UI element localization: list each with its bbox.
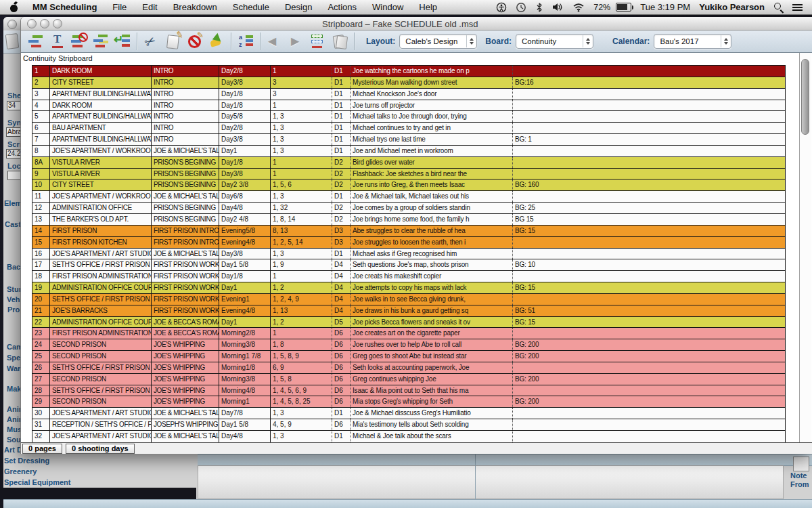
window-title-bar[interactable]: Stripboard – Fake SCHEDULE old .msd xyxy=(21,17,812,30)
strip-row[interactable]: 9 VISTULA RIVER PRISON'S BEGINING Day3/8… xyxy=(32,169,785,180)
background-close-button[interactable] xyxy=(7,20,17,29)
strip-row[interactable]: 10 CITY STREET PRISON'S BEGINING Day2 3/… xyxy=(32,179,785,191)
strip-row[interactable]: 30 JOE'S APARTMENT / ART STUDIO JOE & MI… xyxy=(32,408,785,419)
board-select[interactable]: Continuity xyxy=(516,34,593,49)
breakdown-field[interactable]: Art D xyxy=(4,446,22,454)
menu-item[interactable]: Breakdown xyxy=(173,2,217,12)
strip-row[interactable]: 3 APARTMENT BUILDING/HALLWAY INTRO Day1/… xyxy=(32,89,785,100)
strip-row[interactable]: 4 DARK ROOM INTRO Day1/8 1 D1 Joe turns … xyxy=(32,100,785,112)
strip-row[interactable]: 8A VISTULA RIVER PRISON'S BEGINING Day1/… xyxy=(32,157,785,169)
strip-row[interactable]: 11 JOE'S APARTMENT / WORKROOM JOE & MICH… xyxy=(32,191,785,203)
vertical-scrollbar[interactable] xyxy=(799,53,811,442)
toolbar-button[interactable] xyxy=(137,33,137,50)
breakdown-field[interactable]: Special Equipment xyxy=(4,478,70,486)
menu-item[interactable]: Window xyxy=(372,2,403,12)
move-strip-icon[interactable] xyxy=(114,33,131,51)
battery-icon[interactable] xyxy=(616,3,631,12)
strip-row[interactable]: 24 SECOND PRISON JOE'S WHIPPING Morning3… xyxy=(32,339,785,351)
strip-row[interactable]: 12 ADMINISTRATION OFFICE PRISON'S BEGINI… xyxy=(32,203,785,214)
strip-row[interactable]: 27 SECOND PRISON JOE'S WHIPPING Morning3… xyxy=(32,374,785,385)
menu-item[interactable]: Actions xyxy=(328,2,357,12)
strip-row[interactable]: 13 THE BARKER'S OLD APT. PRISON'S BEGINI… xyxy=(32,214,785,226)
paste-icon[interactable] xyxy=(164,33,182,51)
strip-row[interactable]: 19 ADMINISTRATION OFFICE COURTYA FIRST P… xyxy=(32,282,785,294)
dove-icon[interactable] xyxy=(208,33,225,51)
background-count: BG: 1 xyxy=(513,134,785,145)
calendar-select[interactable]: Bau's 2017 xyxy=(654,34,731,49)
strip-row[interactable]: 17 SETH'S OFFICE / FIRST PRISON FIRST PR… xyxy=(32,259,785,271)
layout-select[interactable]: Caleb's Design xyxy=(399,34,477,49)
menu-item[interactable]: Help xyxy=(419,2,437,12)
strip-row[interactable]: 25 SECOND PRISON JOE'S WHIPPING Morning1… xyxy=(32,351,785,362)
breakdown-field[interactable]: Elem xyxy=(4,199,22,207)
back-arrow-icon[interactable] xyxy=(266,33,284,51)
sort-az-icon[interactable] xyxy=(237,33,254,51)
scrollbar-thumb[interactable] xyxy=(801,59,809,135)
background-count: BG: 51 xyxy=(513,305,785,316)
status-tab[interactable]: 0 pages xyxy=(22,444,62,454)
strip-row[interactable]: 15 FIRST PRISON KITCHEN FIRST PRISON INT… xyxy=(32,237,785,249)
set-name: APARTMENT BUILDING/HALLWAY xyxy=(50,111,152,122)
strip-row[interactable]: 23 FIRST PRISON ADMINISTRATION / JO JOE … xyxy=(32,328,785,339)
background-count xyxy=(513,157,785,168)
scene-number: 31 xyxy=(32,419,50,430)
strip-row[interactable]: 14 FIRST PRISON FIRST PRISON INTRO Eveni… xyxy=(32,226,785,237)
toolbar-button[interactable] xyxy=(354,33,355,50)
strip-row[interactable]: 6 BAU APARTMENT INTRO Day2/8 1, 3 D1 Mic… xyxy=(32,123,785,134)
status-tab[interactable]: 0 shooting days xyxy=(66,444,135,454)
add-strip-icon[interactable] xyxy=(27,33,45,51)
strip-row[interactable]: 32 JOE'S APARTMENT / ART STUDIO JOE & MI… xyxy=(32,431,785,442)
strip-row[interactable]: 1 DARK ROOM INTRO Day2/8 1 D1 Joe watchi… xyxy=(32,66,785,77)
strip-row[interactable]: 16 JOE'S APARTMENT / ART STUDIO JOE & MI… xyxy=(32,249,785,260)
note-field-box[interactable] xyxy=(793,457,809,471)
strip-row[interactable]: 20 SETH'S OFFICE / FIRST PRISON FIRST PR… xyxy=(32,294,785,305)
strip-row[interactable]: 26 SETH'S OFFICE / FIRST PRISON JOE'S WH… xyxy=(32,362,785,374)
sheets-icon[interactable] xyxy=(331,33,348,51)
breakdown-field[interactable]: Greenery xyxy=(4,467,37,475)
strip-row[interactable]: 2 CITY STREET INTRO Day3/8 3 D1 Mysterio… xyxy=(32,77,785,89)
strip-row[interactable]: 21 JOE'S BARRACKS FIRST PRISON WORK Even… xyxy=(32,305,785,317)
dashed-strip-icon[interactable] xyxy=(309,33,327,51)
breakdown-field[interactable]: Set Dressing xyxy=(4,457,49,465)
menu-item[interactable]: Edit xyxy=(142,2,157,12)
strip-row[interactable]: 8 JOE'S APARTMENT / WORKROOM JOE & MICHA… xyxy=(32,146,785,157)
strip-row[interactable]: 28 SETH'S OFFICE / FIRST PRISON JOE'S WH… xyxy=(32,385,785,397)
disable-strip-icon[interactable] xyxy=(70,33,88,51)
volume-icon[interactable] xyxy=(552,2,564,12)
breakdown-field[interactable]: Cast xyxy=(5,220,21,228)
banner-text-icon[interactable] xyxy=(49,33,66,51)
accessibility-icon[interactable] xyxy=(496,2,507,13)
time-machine-icon[interactable] xyxy=(516,2,526,13)
search-icon[interactable] xyxy=(773,2,784,12)
day-night-pages: Morning1/8 xyxy=(219,362,271,373)
strip-row[interactable]: 7 APARTMENT BUILDING/HALLWAY INTRO Day3/… xyxy=(32,134,785,146)
menu-item[interactable]: Design xyxy=(285,2,312,12)
duplicate-strip-icon[interactable] xyxy=(92,33,110,51)
strip-row[interactable]: 31 RECEPTION / SETH'S OFFICE / FIRS JOSE… xyxy=(32,419,785,431)
wifi-icon[interactable] xyxy=(572,3,585,12)
notification-center-icon[interactable] xyxy=(792,3,803,12)
apple-menu-icon[interactable] xyxy=(9,2,19,13)
breakdown-sheet-icon[interactable] xyxy=(5,33,20,49)
user-menu[interactable]: Yukiko Pearson xyxy=(699,2,765,12)
menu-clock[interactable]: Tue 3:19 PM xyxy=(640,2,690,12)
day-night-pages: Day2 4/8 xyxy=(219,214,271,225)
forward-arrow-icon[interactable] xyxy=(288,33,305,51)
zoom-button[interactable] xyxy=(53,19,62,28)
menu-item[interactable]: Schedule xyxy=(233,2,269,12)
cut-icon[interactable] xyxy=(143,33,160,51)
desktop-gap xyxy=(0,488,196,499)
delete-strip-icon[interactable] xyxy=(186,33,204,51)
close-button[interactable] xyxy=(27,19,37,28)
bluetooth-icon[interactable] xyxy=(535,2,543,13)
strip-row[interactable]: 5 APARTMENT BUILDING/HALLWAY INTRO Day5/… xyxy=(32,111,785,123)
menu-item[interactable]: MM Scheduling xyxy=(32,2,97,12)
strip-row[interactable]: 18 FIRST PRISON ADMINISTRATION / JO FIRS… xyxy=(32,271,785,282)
toolbar-button[interactable] xyxy=(231,33,231,50)
strip-row[interactable]: 29 SECOND PRISON JOE'S WHIPPING Morning1… xyxy=(32,396,785,408)
breakdown-field[interactable]: Mak xyxy=(7,385,21,393)
minimize-button[interactable] xyxy=(40,19,49,28)
strip-row[interactable]: 22 ADMINISTRATION OFFICE COURTYA JOE & B… xyxy=(32,317,785,329)
toolbar-button[interactable] xyxy=(260,33,261,50)
menu-item[interactable]: File xyxy=(112,2,127,12)
